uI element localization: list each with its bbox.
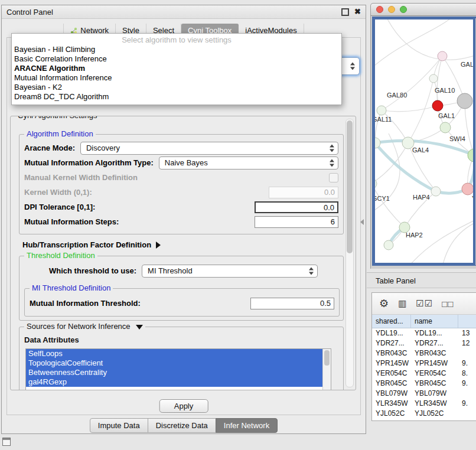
manual-kernel-width-label: Manual Kernel Width Definition — [24, 173, 138, 182]
collapse-down-icon — [136, 325, 143, 330]
attribute-item-selfloops[interactable]: SelfLoops — [26, 349, 325, 358]
cyni-algorithm-settings-group: Cyni Algorithm Settings Algorithm Defini… — [10, 116, 356, 390]
algorithm-option-basic-correlation-inference[interactable]: Basic Correlation Inference — [12, 54, 341, 64]
table-cell: YBL079W — [372, 389, 411, 399]
network-node-label: HAP4 — [413, 194, 430, 201]
algorithm-option-dream8-dc-tdc-algorithm[interactable]: Dream8 DC_TDC Algorithm — [12, 92, 341, 102]
attribute-item-topologicalcoefficient[interactable]: TopologicalCoefficient — [26, 358, 325, 368]
sources-title[interactable]: Sources for Network Inference — [24, 322, 145, 331]
column-header-shared[interactable]: shared... — [372, 315, 411, 328]
network-node[interactable] — [384, 240, 393, 250]
table-cell: YBR043C — [372, 348, 411, 358]
table-cell: YDR27... — [411, 338, 458, 348]
network-node-label: GAL80 — [387, 92, 407, 99]
which-threshold-value: MI Threshold — [148, 266, 193, 275]
expand-right-icon — [156, 242, 161, 249]
attribute-item-gal4rgexp[interactable]: gal4RGexp — [26, 377, 325, 387]
mi-algorithm-type-combobox[interactable]: Naive Bayes — [159, 156, 338, 169]
sources-title-text: Sources for Network Inference — [27, 322, 131, 331]
restore-panel-icon[interactable] — [2, 438, 11, 446]
column-header-extra[interactable] — [458, 315, 476, 328]
table-row[interactable]: YBL079WYBL079W — [372, 389, 476, 399]
settings-scrollbar[interactable] — [345, 119, 354, 387]
bottom-tab-infer-network[interactable]: Infer Network — [216, 418, 278, 433]
deselect-rows-icon[interactable]: □□ — [442, 299, 454, 309]
network-node[interactable] — [468, 149, 476, 162]
attribute-item-betweennesscentrality[interactable]: BetweennessCentrality — [26, 368, 325, 377]
network-node[interactable] — [440, 122, 451, 133]
network-node[interactable] — [377, 106, 386, 115]
mi-steps-field[interactable]: 6 — [255, 216, 338, 228]
column-header-name[interactable]: name — [411, 315, 458, 328]
table-row[interactable]: YBR043CYBR043C — [372, 348, 476, 358]
network-node[interactable] — [462, 183, 474, 195]
select-rows-icon[interactable]: ☑☑ — [416, 298, 433, 309]
manual-kernel-width-checkbox[interactable] — [329, 173, 338, 182]
network-canvas[interactable]: GALGAL80GAL10GAL11GAL1SWI4GAL4GCY1HAP4YH… — [372, 17, 476, 266]
network-node[interactable] — [457, 93, 472, 109]
algorithm-option-aracne-algorithm[interactable]: ARACNE Algorithm — [12, 64, 341, 73]
network-node-label: GAL — [461, 61, 474, 68]
attributes-scrollbar-thumb[interactable] — [324, 350, 330, 366]
bottom-tab-impute-data[interactable]: Impute Data — [90, 418, 148, 433]
table-cell: YER054C — [372, 369, 411, 379]
network-node-label: GCY1 — [372, 195, 390, 202]
network-node[interactable] — [429, 74, 438, 83]
network-window-titlebar[interactable] — [370, 3, 476, 16]
table-cell: YLR345W — [411, 399, 458, 409]
panel-splitter-handle[interactable] — [360, 219, 364, 225]
combo-stepper-icon — [309, 267, 314, 275]
mi-threshold-definition-title: MI Threshold Definition — [30, 283, 113, 292]
table-cell — [458, 409, 476, 419]
zoom-traffic-light-icon[interactable] — [400, 6, 407, 13]
mi-threshold-field[interactable]: 0.5 — [250, 298, 334, 309]
combo-stepper-icon — [350, 63, 355, 70]
hub-transcription-label: Hub/Transcription Factor Definition — [22, 240, 151, 249]
hub-transcription-section-toggle[interactable]: Hub/Transcription Factor Definition — [22, 240, 161, 249]
dpi-tolerance-label: DPI Tolerance [0,1]: — [24, 203, 95, 211]
algorithm-definition-group: Algorithm Definition Aracne Mode: Discov… — [19, 134, 344, 234]
network-node[interactable] — [372, 138, 380, 148]
column-selector-icon[interactable]: ▥ — [398, 298, 407, 309]
network-node[interactable] — [438, 51, 447, 61]
sources-group: Sources for Network Inference Data Attri… — [19, 327, 344, 390]
which-threshold-combobox[interactable]: MI Threshold — [142, 265, 318, 278]
network-node[interactable] — [431, 187, 441, 196]
table-row[interactable]: YER054CYER054C8. — [372, 369, 476, 379]
settings-scrollbar-thumb[interactable] — [347, 120, 353, 253]
kernel-width-field[interactable]: 0.0 — [269, 187, 338, 198]
combo-stepper-icon — [330, 159, 334, 167]
table-row[interactable]: YDR27...YDR27...12 — [372, 338, 476, 348]
aracne-mode-value: Discovery — [86, 144, 120, 152]
table-row[interactable]: YPR145WYPR145W9. — [372, 358, 476, 369]
table-row[interactable]: YJL052CYJL052C — [372, 409, 476, 419]
algorithm-option-bayesian-k2[interactable]: Bayesian - K2 — [12, 83, 341, 92]
mi-steps-label: Mutual Information Steps: — [24, 217, 119, 226]
network-node[interactable] — [372, 178, 377, 189]
table-cell: 9. — [458, 358, 476, 369]
data-attributes-list[interactable]: SelfLoopsTopologicalCoefficientBetweenne… — [25, 348, 331, 390]
algorithm-dropdown-items: Bayesian - Hill ClimbingBasic Correlatio… — [12, 45, 341, 102]
apply-button[interactable]: Apply — [159, 399, 208, 413]
table-row[interactable]: YLR345WYLR345W9. — [372, 399, 476, 409]
network-node[interactable] — [432, 100, 443, 111]
dpi-tolerance-field[interactable]: 0.0 — [255, 201, 338, 213]
bottom-tab-discretize-data[interactable]: Discretize Data — [148, 418, 216, 433]
float-window-icon[interactable] — [341, 8, 349, 16]
attributes-scrollbar[interactable] — [322, 349, 331, 390]
table-row[interactable]: YDL19...YDL19...13 — [372, 328, 476, 338]
control-panel-titlebar[interactable]: Control Panel ✖ — [2, 5, 366, 19]
table-rows: YDL19...YDL19...13YDR27...YDR27...12YBR0… — [372, 328, 476, 419]
minimize-traffic-light-icon[interactable] — [388, 6, 395, 13]
control-panel-window: Control Panel ✖ NetworkStyleSelectCyni T… — [1, 5, 366, 434]
algorithm-definition-title: Algorithm Definition — [24, 129, 96, 138]
algorithm-option-mutual-information-inference[interactable]: Mutual Information Inference — [12, 73, 341, 83]
table-row[interactable]: YBR045CYBR045C9. — [372, 379, 476, 389]
close-traffic-light-icon[interactable] — [376, 6, 383, 13]
algorithm-option-bayesian-hill-climbing[interactable]: Bayesian - Hill Climbing — [12, 45, 341, 54]
settings-gear-icon[interactable]: ⚙ — [379, 297, 389, 310]
table-cell: YJL052C — [411, 409, 458, 419]
network-node-label: HAP2 — [406, 231, 423, 239]
close-icon[interactable]: ✖ — [354, 8, 361, 15]
aracne-mode-combobox[interactable]: Discovery — [80, 142, 338, 155]
